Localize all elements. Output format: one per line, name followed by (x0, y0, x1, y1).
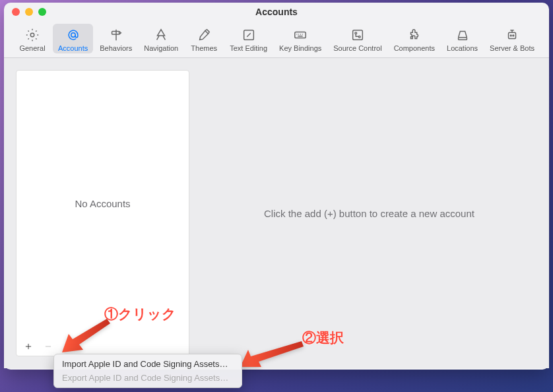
annotation-arrow-1 (61, 315, 114, 358)
at-icon (65, 26, 82, 44)
keyboard-icon (292, 26, 309, 44)
menu-item-import-assets[interactable]: Import Apple ID and Code Signing Assets… (54, 357, 242, 371)
tab-key-bindings[interactable]: Key Bindings (274, 24, 327, 53)
svg-point-1 (71, 33, 75, 37)
edit-icon (240, 26, 257, 44)
tab-label: Key Bindings (279, 44, 321, 52)
svg-rect-8 (458, 38, 467, 40)
preferences-window: Accounts General Accounts Behaviors Navi… (4, 3, 549, 370)
titlebar: Accounts (4, 3, 549, 21)
empty-state-message: Click the add (+) button to create a new… (264, 208, 474, 219)
tab-label: Server & Bots (490, 44, 535, 52)
preferences-toolbar: General Accounts Behaviors Navigation Th… (4, 21, 549, 58)
tab-label: Components (394, 44, 435, 52)
tab-label: Source Control (333, 44, 381, 52)
svg-rect-5 (353, 30, 363, 40)
tab-label: Accounts (58, 44, 88, 52)
tab-themes[interactable]: Themes (185, 24, 223, 53)
signpost-icon (108, 26, 125, 44)
account-detail-pane: Click the add (+) button to create a new… (189, 58, 549, 368)
tab-text-editing[interactable]: Text Editing (224, 24, 273, 53)
robot-icon (504, 26, 521, 44)
tab-label: Locations (447, 44, 478, 52)
tab-label: Text Editing (230, 44, 267, 52)
svg-point-10 (510, 35, 511, 36)
svg-rect-4 (295, 32, 306, 38)
annotation-step1: ①クリック (104, 305, 176, 323)
tab-locations[interactable]: Locations (441, 24, 483, 53)
tab-label: Behaviors (100, 44, 132, 52)
branch-icon (349, 26, 366, 44)
tab-accounts[interactable]: Accounts (53, 24, 93, 53)
disk-icon (454, 26, 471, 44)
accounts-list: No Accounts (16, 71, 189, 336)
paintbrush-icon (195, 26, 212, 44)
tab-general[interactable]: General (13, 24, 51, 53)
tab-source-control[interactable]: Source Control (328, 24, 387, 53)
tab-label: General (19, 44, 45, 52)
tab-navigation[interactable]: Navigation (139, 24, 183, 53)
svg-point-11 (513, 35, 514, 36)
tab-server-bots[interactable]: Server & Bots (484, 24, 540, 53)
svg-rect-2 (112, 32, 119, 35)
tab-label: Themes (191, 44, 217, 52)
svg-point-7 (358, 36, 360, 38)
window-title: Accounts (4, 7, 549, 17)
svg-rect-9 (509, 32, 516, 38)
svg-marker-13 (62, 319, 110, 352)
remove-account-button[interactable] (43, 341, 53, 352)
menu-item-export-assets: Export Apple ID and Code Signing Assets… (54, 371, 242, 385)
puzzle-icon (406, 26, 423, 44)
svg-marker-14 (240, 341, 304, 367)
add-account-button[interactable] (23, 341, 34, 352)
tab-components[interactable]: Components (389, 24, 440, 53)
tab-behaviors[interactable]: Behaviors (94, 24, 137, 53)
svg-point-0 (30, 33, 34, 37)
gear-icon (24, 26, 41, 44)
tab-label: Navigation (144, 44, 178, 52)
no-accounts-label: No Accounts (75, 198, 130, 209)
annotation-step2: ②選択 (302, 329, 344, 347)
svg-point-6 (355, 32, 357, 34)
account-actions-menu: Import Apple ID and Code Signing Assets…… (53, 354, 242, 388)
navigation-icon (152, 26, 170, 44)
annotation-arrow-2 (239, 338, 305, 374)
